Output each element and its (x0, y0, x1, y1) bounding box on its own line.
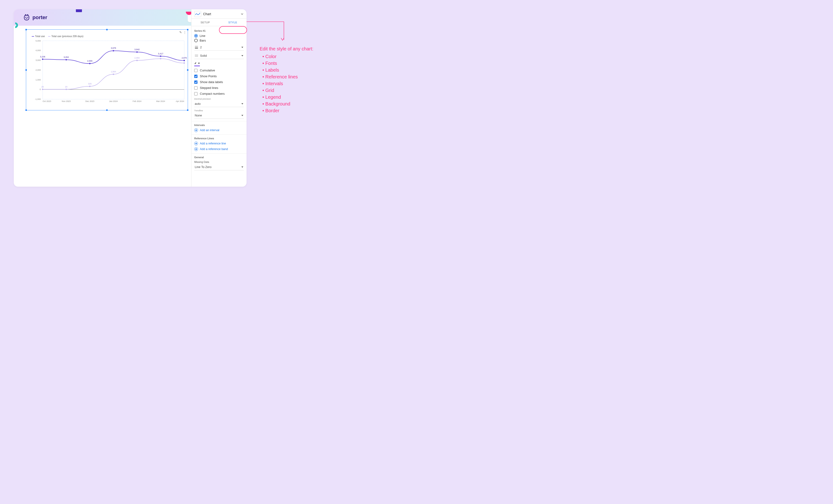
tab-style[interactable]: STYLE (219, 19, 246, 26)
pencil-icon (194, 61, 196, 65)
callout-text: Edit the style of any chart: ColorFontsL… (260, 46, 320, 114)
svg-text:Jan 2024: Jan 2024 (109, 100, 118, 102)
svg-point-28 (160, 55, 161, 57)
plus-circle-icon (194, 128, 198, 132)
svg-point-21 (160, 58, 161, 59)
svg-point-18 (89, 86, 91, 87)
add-reference-band-button[interactable]: Add a reference band (194, 147, 244, 151)
radio-off-icon (194, 39, 198, 42)
svg-point-23 (42, 58, 43, 60)
trendline-label: Trendline (194, 109, 244, 112)
callout-item: Reference lines (262, 74, 320, 80)
svg-text:3,978: 3,978 (111, 47, 116, 49)
svg-text:3,842: 3,842 (135, 48, 140, 51)
line-weight-icon (195, 46, 198, 49)
decorative-shape (14, 22, 18, 28)
missing-data-select[interactable]: Line To Zero (194, 164, 244, 170)
plus-circle-icon (194, 142, 198, 145)
app-frame: porter Mar 27, 2024 - Apr 25, 2024 ✎ ⋮ T… (14, 9, 246, 187)
svg-point-17 (66, 89, 67, 90)
intervals-header: Intervals (194, 124, 244, 126)
svg-text:5,000: 5,000 (35, 40, 41, 42)
brand-logo-icon (23, 14, 30, 21)
svg-text:0: 0 (40, 88, 41, 91)
chevron-down-icon (241, 47, 243, 48)
chevron-down-icon (241, 55, 243, 56)
add-reference-line-button[interactable]: Add a reference line (194, 142, 244, 145)
callout-item: Legend (262, 94, 320, 101)
svg-text:2,984: 2,984 (135, 57, 140, 59)
callout-item: Fonts (262, 60, 320, 67)
checkbox-stepped-lines[interactable]: Stepped lines (194, 86, 244, 90)
svg-text:3,000: 3,000 (35, 59, 41, 61)
trendline-select[interactable]: None (194, 112, 244, 119)
checkbox-compact-numbers[interactable]: Compact numbers (194, 92, 244, 96)
plus-circle-icon (194, 147, 198, 151)
svg-text:20: 20 (65, 86, 68, 88)
series-color-picker[interactable] (194, 61, 200, 66)
svg-point-27 (136, 51, 138, 53)
svg-text:Apr 2024: Apr 2024 (176, 100, 184, 102)
svg-text:2,976: 2,976 (182, 57, 187, 59)
svg-point-26 (113, 50, 114, 51)
svg-point-25 (89, 63, 91, 64)
checkbox-off-icon (194, 92, 197, 96)
brand: porter (23, 14, 47, 21)
series-header: Series #1 (194, 29, 244, 32)
svg-text:4,000: 4,000 (35, 49, 41, 52)
callout-item: Grid (262, 87, 320, 94)
svg-text:325: 325 (88, 83, 92, 85)
callout-item: Border (262, 107, 320, 114)
tab-setup[interactable]: SETUP (191, 19, 219, 26)
svg-text:-1,000: -1,000 (35, 98, 41, 100)
callout-item: Labels (262, 67, 320, 74)
svg-text:20: 20 (42, 86, 44, 88)
checkbox-cumulative[interactable]: Cumulative (194, 69, 244, 72)
svg-point-22 (184, 62, 185, 64)
chevron-down-icon (240, 12, 244, 16)
checkbox-show-data-labels[interactable]: Show data labels (194, 80, 244, 84)
chart-plot: -1,00001,0002,0003,0004,0005,000Oct 2023… (26, 30, 188, 110)
line-style-select[interactable]: Solid (194, 52, 244, 59)
brand-name: porter (32, 15, 47, 21)
checkbox-off-icon (194, 86, 197, 90)
reference-lines-header: Reference Lines (194, 137, 244, 140)
callout-arrow (246, 21, 285, 43)
decorative-shape (76, 9, 82, 12)
svg-text:Mar 2024: Mar 2024 (156, 100, 165, 102)
svg-point-29 (184, 60, 185, 61)
svg-point-19 (113, 74, 114, 75)
style-panel-body: Series #1 Line Bars 2 Solid (191, 26, 246, 187)
svg-text:2,666: 2,666 (87, 60, 92, 62)
svg-text:3,417: 3,417 (158, 52, 163, 55)
panel-tabs: SETUP STYLE (191, 19, 246, 26)
radio-bars[interactable]: Bars (194, 39, 244, 42)
checkbox-show-points[interactable]: Show Points (194, 74, 244, 78)
decimal-precision-label: Decimal precision (194, 98, 244, 100)
callout-item: Color (262, 53, 320, 60)
chart-type-label: Chart (203, 12, 240, 16)
missing-data-label: Missing Data (194, 160, 244, 163)
svg-text:3,052: 3,052 (64, 56, 69, 58)
svg-text:1,000: 1,000 (35, 79, 41, 81)
svg-point-20 (136, 60, 138, 61)
line-weight-select[interactable]: 2 (194, 44, 244, 51)
callout-item: Intervals (262, 80, 320, 87)
checkbox-on-icon (194, 75, 197, 78)
callout-item: Background (262, 101, 320, 107)
radio-on-icon (194, 34, 198, 37)
chart-type-selector[interactable]: Chart (191, 9, 246, 19)
svg-point-16 (42, 89, 43, 90)
svg-text:Nov 2023: Nov 2023 (62, 100, 71, 102)
decimal-precision-select[interactable]: auto (194, 101, 244, 107)
chevron-down-icon (241, 115, 243, 116)
general-header: General (194, 156, 244, 159)
line-style-icon (195, 54, 198, 57)
add-interval-button[interactable]: Add an interval (194, 128, 244, 132)
svg-text:Oct 2023: Oct 2023 (43, 100, 51, 102)
chevron-down-icon (241, 166, 243, 168)
radio-line[interactable]: Line (194, 34, 244, 37)
checkbox-on-icon (194, 80, 197, 84)
callout-heading: Edit the style of any chart: (260, 46, 320, 52)
chart-widget[interactable]: ✎ ⋮ Total use Total use (previous 209 da… (26, 29, 188, 110)
